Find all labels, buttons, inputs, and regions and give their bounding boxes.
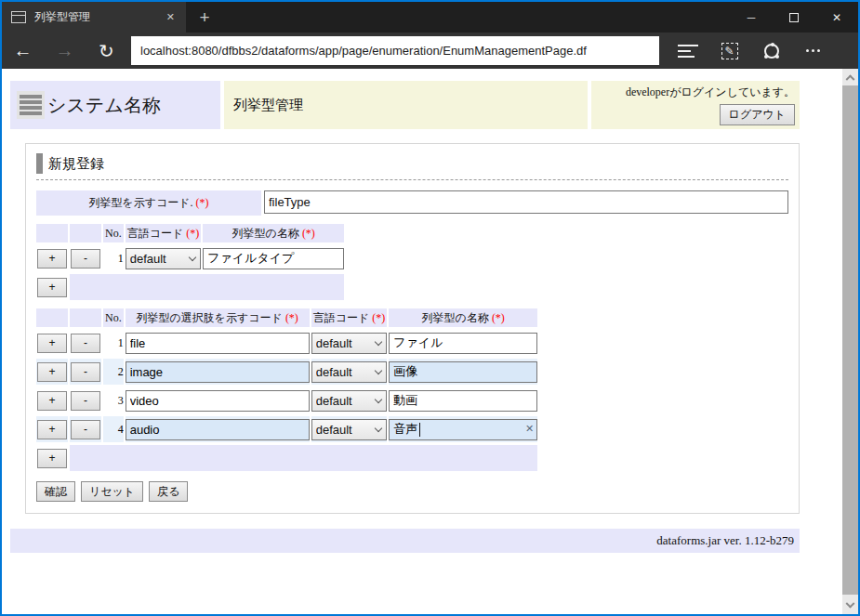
language-select[interactable]: default [311, 390, 388, 412]
ellipsis-dots [806, 49, 820, 52]
menu-icon[interactable] [17, 91, 45, 119]
lang-select-wrap: default [311, 361, 388, 383]
option-table-header-row: No. 列挙型の選択肢を示すコード(*) 言語コード(*) 列挙型の名称(*) [36, 308, 537, 327]
address-bar-input[interactable] [131, 36, 659, 65]
page-header: システム名称 列挙型管理 developerがログインしています。 ログアウト [10, 81, 800, 129]
add-row-button[interactable]: + [37, 391, 67, 411]
lang-select-wrap: default [311, 419, 388, 440]
add-row-button[interactable]: + [37, 334, 67, 353]
reset-button[interactable]: リセット [81, 481, 143, 502]
required-mark: (*) [492, 311, 505, 324]
option-code-input[interactable] [126, 333, 310, 354]
maximize-button[interactable] [773, 2, 815, 33]
option-row: + - 1 default [36, 330, 537, 356]
option-code-input[interactable] [126, 419, 310, 440]
row-number: 1 [103, 330, 124, 356]
option-row: + - 3 default [36, 387, 537, 413]
option-name-input-focused[interactable] [389, 419, 537, 440]
tab-title: 列挙型管理 [34, 9, 163, 25]
add-row-button[interactable]: + [37, 362, 67, 382]
scrollbar-thumb[interactable] [842, 85, 858, 595]
enum-code-input[interactable] [264, 190, 788, 214]
share-icon[interactable] [750, 33, 792, 69]
close-tab-icon[interactable]: ✕ [163, 11, 179, 23]
enum-name-input[interactable] [203, 248, 344, 269]
login-user: developer [626, 85, 669, 98]
add-row-button[interactable]: + [37, 249, 67, 269]
language-select[interactable]: default [311, 333, 388, 354]
required-mark: (*) [285, 311, 298, 324]
logout-button[interactable]: ログアウト [720, 104, 795, 125]
language-select[interactable]: default [311, 361, 388, 383]
page-scrollbar[interactable] [842, 69, 858, 614]
page-icon [11, 11, 26, 23]
text-caret [419, 423, 420, 437]
option-name-input[interactable] [389, 390, 537, 412]
header-spacer [70, 308, 101, 327]
required-mark: (*) [372, 311, 385, 324]
language-select[interactable]: default [311, 419, 388, 440]
remove-row-button[interactable]: - [71, 391, 100, 411]
refresh-icon[interactable]: ↻ [86, 40, 127, 62]
web-note-icon[interactable]: ✎ [708, 33, 750, 69]
more-options-icon[interactable] [792, 33, 834, 69]
option-code-input[interactable] [126, 361, 310, 383]
option-code-header-text: 列挙型の選択肢を示すコード [136, 311, 282, 324]
remove-row-button[interactable]: - [71, 334, 100, 353]
option-row: + - 2 default [36, 359, 537, 385]
required-mark: (*) [196, 196, 209, 210]
enum-form: 新規登録 列挙型を示すコード. (*) No. 言語コード(*) 列挙型の名称(… [25, 143, 800, 514]
scroll-down-button[interactable] [842, 598, 858, 614]
enum-option-table: No. 列挙型の選択肢を示すコード(*) 言語コード(*) 列挙型の名称(*) … [34, 306, 539, 474]
pencil-icon: ✎ [721, 43, 738, 59]
section-bar [36, 153, 43, 174]
hub-lines [678, 45, 698, 58]
lang-select-wrap: default [311, 333, 388, 354]
forward-icon: → [44, 40, 86, 61]
append-row-button[interactable]: + [37, 449, 67, 468]
name-header-text: 列挙型の名称 [422, 311, 489, 324]
option-code-input[interactable] [126, 390, 310, 412]
login-status-cell: developerがログインしています。 ログアウト [591, 81, 800, 129]
option-name-input[interactable] [389, 361, 537, 383]
option-row: + - 4 default ✕ [36, 416, 537, 442]
window-controls: ─ ✕ [730, 2, 858, 33]
close-window-button[interactable]: ✕ [815, 2, 858, 33]
name-table-header-row: No. 言語コード(*) 列挙型の名称(*) [36, 224, 344, 242]
scroll-up-button[interactable] [842, 69, 858, 85]
new-tab-button[interactable]: + [186, 2, 223, 33]
browser-tab[interactable]: 列挙型管理 ✕ [2, 2, 186, 33]
append-row-button[interactable]: + [37, 278, 67, 297]
lang-header-text: 言語コード [313, 311, 370, 324]
row-number: 2 [103, 359, 124, 385]
lang-header: 言語コード(*) [126, 224, 202, 242]
add-row-button[interactable]: + [37, 420, 67, 439]
lang-header: 言語コード(*) [311, 308, 388, 327]
version-footer: dataforms.jar ver. 1.12-b279 [10, 529, 800, 553]
row-number: 1 [103, 245, 124, 271]
option-code-header: 列挙型の選択肢を示すコード(*) [126, 308, 310, 327]
page-title: 列挙型管理 [224, 81, 588, 129]
hub-icon[interactable] [667, 33, 708, 69]
confirm-button[interactable]: 確認 [36, 481, 75, 502]
header-spacer [36, 308, 68, 327]
name-header-text: 列挙型の名称 [232, 227, 299, 240]
back-button[interactable]: 戻る [149, 481, 188, 502]
login-suffix: がログインしています。 [669, 85, 795, 98]
remove-row-button[interactable]: - [71, 249, 100, 269]
row-number: 3 [103, 387, 124, 413]
remove-row-button[interactable]: - [71, 420, 100, 439]
clear-input-icon[interactable]: ✕ [525, 423, 534, 435]
lang-select-wrap: default [126, 248, 202, 269]
language-select[interactable]: default [126, 248, 202, 269]
back-icon[interactable]: ← [2, 40, 44, 61]
add-row-filler [70, 445, 537, 471]
remove-row-button[interactable]: - [71, 362, 100, 382]
page-content: システム名称 列挙型管理 developerがログインしています。 ログアウト … [2, 69, 842, 614]
name-table-row: + - 1 default [36, 245, 344, 271]
minimize-button[interactable]: ─ [730, 2, 773, 33]
maximize-icon [789, 13, 799, 22]
header-spacer [36, 224, 68, 242]
option-name-input[interactable] [389, 333, 537, 354]
enum-name-table: No. 言語コード(*) 列挙型の名称(*) + - 1 default + [34, 221, 346, 303]
